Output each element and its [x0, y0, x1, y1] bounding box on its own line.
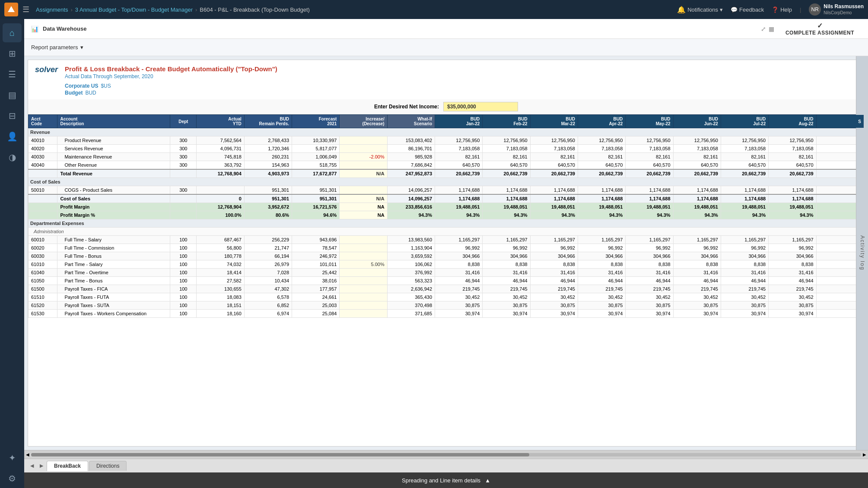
- bud-remain: 80.6%: [244, 211, 292, 219]
- complete-assignment-button[interactable]: ✓ COMPLETE ASSIGNMENT: [779, 19, 861, 38]
- sidebar-item-grid[interactable]: ⊞: [3, 44, 22, 63]
- bud-may: 12,756,950: [626, 136, 673, 145]
- increase-decrease[interactable]: [340, 301, 387, 310]
- increase-decrease[interactable]: [340, 186, 387, 195]
- tab-prev-btn[interactable]: ◀: [28, 462, 36, 469]
- status-bar[interactable]: Spreading and Line item details ▲: [24, 472, 868, 488]
- bud-mar: 640,570: [530, 161, 578, 170]
- increase-decrease[interactable]: N/A: [340, 169, 387, 178]
- tab-breakback[interactable]: BreakBack: [47, 461, 88, 471]
- sidebar-item-user[interactable]: 👤: [3, 127, 22, 146]
- bud-apr: 20,662,739: [578, 169, 625, 178]
- whatif-scenario: 2,636,942: [387, 285, 435, 293]
- table-row: Cost of Sales: [29, 178, 864, 186]
- bud-jan: 82,161: [435, 153, 483, 161]
- feedback-button[interactable]: 💬 Feedback: [731, 6, 764, 13]
- acct-desc: Full Time - Salary: [57, 236, 170, 244]
- breadcrumb-annual-budget[interactable]: 3 Annual Budget - Top/Down - Budget Mana…: [75, 6, 193, 13]
- increase-decrease[interactable]: [340, 161, 387, 170]
- grid-view-icon[interactable]: ▦: [769, 25, 774, 32]
- col-bud-aug: BUDAug-22: [769, 115, 816, 128]
- acct-desc: Payroll Taxes - Workers Compensation: [57, 310, 170, 318]
- increase-decrease[interactable]: [340, 293, 387, 301]
- breadcrumb-current: B604 - P&L - Breakback (Top-Down Budget): [200, 6, 310, 13]
- sidebar-item-tools[interactable]: ✦: [3, 448, 22, 467]
- increase-decrease[interactable]: -2.00%: [340, 153, 387, 161]
- table-row: 40030 Maintenance Revenue 300 745,818 26…: [29, 153, 864, 161]
- scroll-left-btn[interactable]: ◀: [26, 452, 29, 457]
- bud-feb: 30,974: [483, 310, 530, 318]
- table-body: Revenue 40010 Product Revenue 300 7,562,…: [29, 128, 864, 318]
- col-bud-remain: BUDRemain Perds.: [244, 115, 292, 128]
- table-row: 40010 Product Revenue 300 7,562,564 2,76…: [29, 136, 864, 145]
- bud-remain: 951,301: [244, 186, 292, 195]
- bud-apr: 1,174,688: [578, 186, 625, 195]
- increase-decrease[interactable]: 5.00%: [340, 260, 387, 269]
- increase-decrease[interactable]: N/A: [340, 194, 387, 203]
- bud-mar: 31,416: [530, 269, 578, 277]
- spreadsheet-container[interactable]: solver Profit & Loss Breakback - Create …: [28, 60, 865, 447]
- bud-feb: 30,452: [483, 293, 530, 301]
- notifications-label: Notifications: [687, 6, 718, 13]
- bud-jul: 1,165,297: [721, 236, 768, 244]
- increase-decrease[interactable]: [340, 310, 387, 318]
- whatif-scenario: 94.3%: [387, 211, 435, 219]
- col-actual-ytd: ActualYTD: [197, 115, 244, 128]
- forecast: 177,957: [292, 285, 340, 293]
- scrollbar[interactable]: [31, 453, 861, 456]
- hamburger-menu[interactable]: ☰: [22, 5, 29, 14]
- help-button[interactable]: ❓ Help: [772, 6, 792, 13]
- user-menu[interactable]: NR Nils Rasmussen NilsCorpDemo: [809, 3, 864, 16]
- bud-jul: 30,875: [721, 301, 768, 310]
- sidebar-item-chart[interactable]: ◑: [3, 148, 22, 167]
- dept: 100: [170, 236, 197, 244]
- expand-icon[interactable]: ⤢: [761, 25, 766, 32]
- forecast: 78,547: [292, 244, 340, 252]
- notifications-button[interactable]: 🔔 Notifications ▾: [677, 6, 723, 14]
- bud-jul: 1,174,688: [721, 194, 768, 203]
- acct-code: 40020: [29, 145, 57, 153]
- dept: 100: [170, 310, 197, 318]
- whatif-scenario: 1,163,904: [387, 244, 435, 252]
- increase-decrease[interactable]: [340, 236, 387, 244]
- table-row: 60020 Full Time - Commission 100 56,800 …: [29, 244, 864, 252]
- bud-may: 31,416: [626, 269, 673, 277]
- increase-decrease[interactable]: [340, 277, 387, 285]
- actual-ytd: 18,160: [197, 310, 244, 318]
- bud-jun: 8,838: [673, 260, 721, 269]
- increase-decrease[interactable]: [340, 244, 387, 252]
- actual-ytd: 12,768,904: [197, 203, 244, 211]
- table-row: Departmental Expenses: [29, 219, 864, 228]
- bud-jan: 30,452: [435, 293, 483, 301]
- sidebar-item-list[interactable]: ☰: [3, 65, 22, 84]
- tab-next-btn[interactable]: ▶: [37, 462, 46, 469]
- bud-jan: 96,992: [435, 244, 483, 252]
- increase-decrease[interactable]: [340, 136, 387, 145]
- bud-jul: 30,974: [721, 310, 768, 318]
- actual-ytd: 56,800: [197, 244, 244, 252]
- acct-code: [29, 169, 57, 178]
- table-row: 40040 Other Revenue 300 363,792 154,963 …: [29, 161, 864, 170]
- acct-desc: Cost of Sales: [57, 194, 170, 203]
- report-params-button[interactable]: Report parameters ▾: [31, 44, 83, 51]
- bud-may: 19,488,051: [626, 203, 673, 211]
- tab-directions[interactable]: Directions: [89, 461, 127, 471]
- bud-jun: 46,944: [673, 277, 721, 285]
- forecast: 17,672,877: [292, 169, 340, 178]
- increase-decrease[interactable]: [340, 252, 387, 260]
- sidebar-item-table[interactable]: ⊟: [3, 106, 22, 125]
- net-income-input[interactable]: [443, 102, 518, 111]
- increase-decrease[interactable]: [340, 269, 387, 277]
- breadcrumb-assignments[interactable]: Assignments: [36, 6, 68, 13]
- sidebar-item-report[interactable]: ▤: [3, 86, 22, 105]
- bud-jul: 96,992: [721, 244, 768, 252]
- increase-decrease[interactable]: [340, 285, 387, 293]
- increase-decrease[interactable]: [340, 145, 387, 153]
- sidebar-item-home[interactable]: ⌂: [3, 23, 22, 42]
- bud-feb: 304,966: [483, 252, 530, 260]
- sidebar-item-settings[interactable]: ⚙: [3, 469, 22, 488]
- bud-apr: 1,165,297: [578, 236, 625, 244]
- scroll-right-btn[interactable]: ▶: [863, 452, 866, 457]
- secondary-bar: 📊 Data Warehouse ⤢ ▦ ✓ COMPLETE ASSIGNME…: [24, 19, 868, 39]
- dept: 300: [170, 161, 197, 170]
